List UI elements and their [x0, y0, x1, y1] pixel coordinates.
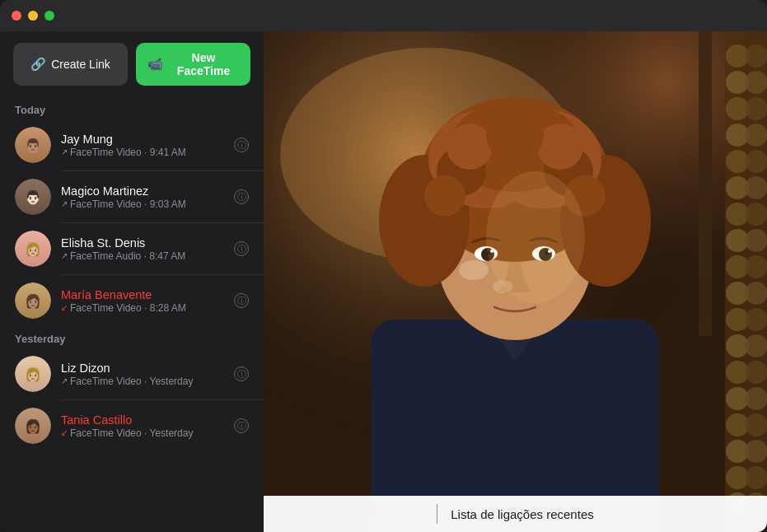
- call-info-tania: Tania Castillo↙FaceTime Video · Yesterda…: [61, 413, 224, 439]
- call-type-time-magico: FaceTime Video · 9:03 AM: [70, 198, 186, 210]
- call-name-liz: Liz Dizon: [61, 362, 224, 375]
- new-facetime-button[interactable]: 📹 New FaceTime: [136, 43, 250, 86]
- title-bar: [0, 0, 767, 31]
- info-button-jay[interactable]: ⓘ: [234, 138, 249, 152]
- main-layout: 🔗 Create Link 📹 New FaceTime Today👨🏽Jay …: [0, 31, 767, 532]
- call-arrow-maria: ↙: [61, 303, 68, 312]
- link-icon: 🔗: [30, 57, 46, 72]
- svg-point-5: [745, 44, 767, 68]
- traffic-lights: [12, 11, 54, 21]
- svg-point-23: [745, 282, 767, 305]
- call-name-tania: Tania Castillo: [61, 413, 224, 427]
- call-info-liz: Liz Dizon↗FaceTime Video · Yesterday: [61, 362, 224, 387]
- photo-background: [264, 31, 767, 532]
- svg-point-37: [745, 466, 767, 489]
- call-type-time-tania: FaceTime Video · Yesterday: [70, 427, 193, 439]
- call-info-maria: María Benavente↙FaceTime Video · 8:28 AM: [61, 288, 224, 314]
- svg-point-29: [745, 361, 767, 384]
- call-info-jay: Jay Mung↗FaceTime Video · 9:41 AM: [61, 133, 224, 158]
- info-button-tania[interactable]: ⓘ: [234, 418, 249, 433]
- create-link-label: Create Link: [51, 58, 110, 71]
- svg-point-25: [745, 308, 767, 331]
- svg-point-35: [745, 440, 767, 463]
- call-detail-liz: ↗FaceTime Video · Yesterday: [61, 376, 224, 387]
- svg-point-27: [745, 334, 767, 357]
- call-arrow-magico: ↗: [61, 199, 68, 208]
- caption-text: Lista de ligações recentes: [451, 507, 593, 521]
- call-item-liz[interactable]: 👩🏼Liz Dizon↗FaceTime Video · Yesterdayⓘ: [0, 348, 264, 399]
- svg-point-9: [745, 97, 767, 120]
- maximize-button[interactable]: [44, 11, 54, 21]
- svg-point-55: [424, 175, 465, 217]
- avatar-elisha: 👩🏼: [15, 231, 51, 267]
- svg-point-71: [493, 280, 512, 293]
- caption-bar: Lista de ligações recentes: [264, 496, 767, 532]
- call-detail-maria: ↙FaceTime Video · 8:28 AM: [61, 302, 224, 314]
- info-button-maria[interactable]: ⓘ: [234, 293, 249, 308]
- avatar-jay: 👨🏽: [15, 127, 51, 163]
- caption-divider: [437, 504, 437, 524]
- svg-point-33: [745, 413, 767, 436]
- section-header-yesterday: Yesterday: [0, 326, 264, 348]
- call-arrow-elisha: ↗: [61, 251, 68, 260]
- minimize-button[interactable]: [28, 11, 38, 21]
- avatar-magico: 👨🏻: [15, 179, 51, 215]
- svg-point-13: [745, 150, 767, 173]
- call-type-time-elisha: FaceTime Audio · 8:47 AM: [70, 250, 185, 262]
- create-link-button[interactable]: 🔗 Create Link: [13, 43, 128, 86]
- call-detail-tania: ↙FaceTime Video · Yesterday: [61, 427, 224, 439]
- call-name-maria: María Benavente: [61, 288, 224, 301]
- call-item-jay[interactable]: 👨🏽Jay Mung↗FaceTime Video · 9:41 AMⓘ: [0, 119, 264, 170]
- app-window: 🔗 Create Link 📹 New FaceTime Today👨🏽Jay …: [0, 0, 767, 532]
- svg-point-17: [745, 203, 767, 226]
- call-detail-elisha: ↗FaceTime Audio · 8:47 AM: [61, 250, 224, 262]
- call-name-elisha: Elisha St. Denis: [61, 236, 224, 250]
- call-type-time-maria: FaceTime Video · 8:28 AM: [70, 302, 186, 314]
- avatar-tania: 👩🏾: [15, 408, 51, 444]
- portrait-photo: [264, 31, 767, 532]
- info-button-magico[interactable]: ⓘ: [234, 189, 249, 204]
- info-button-liz[interactable]: ⓘ: [234, 366, 249, 381]
- call-list: Today👨🏽Jay Mung↗FaceTime Video · 9:41 AM…: [0, 97, 264, 451]
- call-item-magico[interactable]: 👨🏻Magico Martinez↗FaceTime Video · 9:03 …: [0, 171, 264, 222]
- call-arrow-liz: ↗: [61, 376, 68, 385]
- call-arrow-jay: ↗: [61, 147, 68, 156]
- avatar-liz: 👩🏼: [15, 356, 51, 392]
- svg-point-31: [745, 387, 767, 410]
- main-content: Lista de ligações recentes: [264, 31, 767, 532]
- svg-point-21: [745, 255, 767, 278]
- section-header-today: Today: [0, 97, 264, 119]
- call-arrow-tania: ↙: [61, 428, 68, 437]
- toolbar: 🔗 Create Link 📹 New FaceTime: [0, 31, 264, 97]
- video-icon: 📹: [147, 57, 163, 72]
- svg-point-15: [745, 176, 767, 199]
- close-button[interactable]: [12, 11, 21, 21]
- svg-point-70: [459, 260, 489, 280]
- call-info-magico: Magico Martinez↗FaceTime Video · 9:03 AM: [61, 184, 224, 210]
- svg-point-19: [745, 229, 767, 252]
- svg-point-59: [537, 124, 583, 170]
- avatar-maria: 👩🏽: [15, 282, 51, 319]
- svg-point-60: [486, 105, 544, 163]
- call-item-elisha[interactable]: 👩🏼Elisha St. Denis↗FaceTime Audio · 8:47…: [0, 223, 264, 274]
- svg-point-11: [745, 124, 767, 147]
- call-detail-magico: ↗FaceTime Video · 9:03 AM: [61, 198, 224, 210]
- call-name-magico: Magico Martinez: [61, 184, 224, 198]
- svg-rect-40: [699, 31, 712, 336]
- call-type-time-jay: FaceTime Video · 9:41 AM: [70, 147, 186, 158]
- call-type-time-liz: FaceTime Video · Yesterday: [70, 376, 193, 387]
- call-item-maria[interactable]: 👩🏽María Benavente↙FaceTime Video · 8:28 …: [0, 275, 264, 326]
- svg-point-58: [447, 124, 493, 170]
- call-name-jay: Jay Mung: [61, 133, 224, 146]
- new-facetime-label: New FaceTime: [168, 51, 239, 77]
- call-info-elisha: Elisha St. Denis↗FaceTime Audio · 8:47 A…: [61, 236, 224, 262]
- svg-point-7: [745, 71, 767, 94]
- info-button-elisha[interactable]: ⓘ: [234, 241, 249, 256]
- sidebar: 🔗 Create Link 📹 New FaceTime Today👨🏽Jay …: [0, 31, 264, 532]
- call-detail-jay: ↗FaceTime Video · 9:41 AM: [61, 147, 224, 158]
- call-item-tania[interactable]: 👩🏾Tania Castillo↙FaceTime Video · Yester…: [0, 400, 264, 451]
